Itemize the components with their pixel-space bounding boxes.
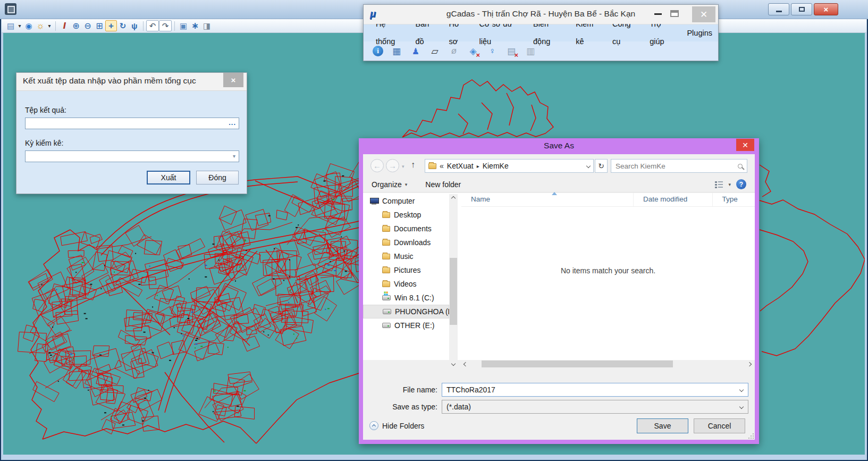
- chevron-down-icon[interactable]: [16, 20, 23, 31]
- marker-icon[interactable]: [486, 45, 498, 57]
- pan-hand-icon[interactable]: [129, 20, 140, 31]
- chevron-down-icon[interactable]: [739, 388, 744, 392]
- scroll-up-icon[interactable]: [449, 194, 458, 203]
- next-view-icon[interactable]: [159, 20, 172, 31]
- globe-icon[interactable]: [23, 20, 35, 31]
- gcadas-maximize-button[interactable]: [670, 10, 679, 17]
- select-tool-icon[interactable]: [189, 20, 201, 31]
- sidebar-item-pictures[interactable]: Pictures: [363, 263, 449, 277]
- resize-grip[interactable]: [748, 433, 754, 439]
- paintbrush-icon[interactable]: [58, 20, 70, 31]
- eye-off-icon[interactable]: [448, 45, 460, 57]
- column-header-type[interactable]: Type: [713, 193, 755, 206]
- close-dialog-button[interactable]: Đóng: [196, 171, 239, 185]
- browse-button[interactable]: ...: [229, 119, 236, 127]
- recent-locations-dropdown[interactable]: ▾: [402, 164, 404, 169]
- chevron-down-icon[interactable]: [739, 405, 744, 409]
- scrollbar-thumb[interactable]: [450, 258, 457, 325]
- columns-icon[interactable]: [525, 45, 536, 57]
- search-input[interactable]: Search KiemKe: [611, 159, 747, 173]
- sidebar-item-downloads[interactable]: Downloads: [363, 236, 449, 249]
- zoom-in-icon[interactable]: [70, 20, 82, 31]
- maximize-button[interactable]: [791, 3, 812, 15]
- file-name-input[interactable]: TTChoRa2017: [442, 383, 748, 397]
- address-dropdown-icon[interactable]: [586, 164, 591, 168]
- cancel-button[interactable]: Cancel: [694, 418, 745, 433]
- sidebar-item-computer[interactable]: Computer: [363, 194, 449, 208]
- scrollbar-thumb[interactable]: [482, 361, 673, 367]
- sidebar-item-documents[interactable]: Documents: [363, 222, 449, 236]
- inventory-period-select[interactable]: ▾: [25, 150, 239, 162]
- help-icon[interactable]: ?: [736, 179, 746, 189]
- cascade-windows-icon[interactable]: [178, 20, 189, 31]
- save-as-titlebar: Save As ✕: [359, 138, 759, 154]
- breadcrumb-segment[interactable]: KiemKe: [483, 162, 509, 170]
- users-icon[interactable]: [410, 45, 422, 57]
- layers-panel-icon[interactable]: [5, 20, 16, 31]
- save-as-dialog: Save As ✕ ← → ▾ ↑ « KetXuat▸KiemKe ↻ Sea…: [359, 138, 759, 444]
- breadcrumb-separator-icon[interactable]: ▸: [477, 163, 479, 169]
- scroll-down-icon[interactable]: [449, 359, 458, 368]
- sidebar-item-videos[interactable]: Videos: [363, 277, 449, 291]
- chevron-down-icon[interactable]: [46, 20, 53, 31]
- sidebar-item-label: Music: [394, 252, 414, 261]
- horizontal-scrollbar[interactable]: [461, 360, 754, 368]
- browse-area: ComputerDesktopDocumentsDownloadsMusicPi…: [363, 193, 755, 360]
- forward-button[interactable]: →: [386, 159, 399, 172]
- toolbar-separator: [143, 21, 144, 31]
- sidebar-item-music[interactable]: Music: [363, 249, 449, 263]
- column-header-name[interactable]: Name: [461, 193, 634, 206]
- export-dialog: Kết xuất tệp data nhập vào phần mềm tổng…: [16, 72, 247, 194]
- sidebar-item-label: Pictures: [394, 266, 421, 274]
- sidebar-item-desktop[interactable]: Desktop: [363, 208, 449, 222]
- sidebar-scrollbar[interactable]: [449, 194, 458, 360]
- refresh-button[interactable]: ↻: [595, 159, 608, 173]
- zoom-window-icon[interactable]: [94, 20, 105, 31]
- sidebar-item-other-e[interactable]: OTHER (E:): [363, 318, 449, 332]
- result-file-label: Tệp kết quả:: [25, 106, 66, 114]
- gcadas-close-button[interactable]: ✕: [692, 6, 715, 22]
- organize-button[interactable]: Organize: [372, 180, 402, 189]
- back-arrow-icon: ←: [373, 161, 381, 170]
- gcadas-minimize-button[interactable]: [654, 13, 662, 15]
- info-icon[interactable]: [373, 46, 383, 56]
- up-button[interactable]: ↑: [411, 160, 415, 170]
- menu-item[interactable]: Plugins: [681, 24, 718, 42]
- sidebar-item-label: Computer: [382, 197, 415, 205]
- export-button[interactable]: Xuất: [147, 171, 190, 185]
- result-file-input[interactable]: ...: [25, 118, 239, 129]
- save-as-close-button[interactable]: ✕: [736, 139, 754, 151]
- save-button[interactable]: Save: [637, 418, 688, 433]
- forward-arrow-icon: →: [389, 161, 397, 170]
- rotate-view-icon[interactable]: [117, 20, 129, 31]
- report-remove-icon[interactable]: [505, 45, 517, 57]
- parcel-icon[interactable]: [429, 45, 441, 57]
- main-app-icon[interactable]: [5, 3, 16, 15]
- export-tool-icon[interactable]: [201, 20, 213, 31]
- previous-view-icon[interactable]: [146, 20, 159, 31]
- sidebar-item-win-8-1-c[interactable]: Win 8.1 (C:): [363, 291, 449, 305]
- brightness-icon[interactable]: [35, 20, 46, 31]
- back-button[interactable]: ←: [370, 159, 384, 172]
- view-dropdown-icon[interactable]: ▾: [728, 182, 731, 187]
- layers-remove-icon[interactable]: [467, 45, 479, 57]
- hide-folders-button[interactable]: Hide Folders: [369, 421, 424, 430]
- close-button[interactable]: ×: [814, 3, 838, 15]
- chevron-down-icon: ▾: [405, 182, 408, 187]
- scroll-right-icon[interactable]: [745, 360, 754, 368]
- scroll-left-icon[interactable]: [461, 360, 470, 368]
- export-dialog-close-button[interactable]: ×: [223, 73, 243, 87]
- empty-message: No items match your search.: [461, 266, 755, 275]
- column-header-date-modified[interactable]: Date modified: [634, 193, 713, 206]
- save-as-type-select[interactable]: (*.data): [442, 400, 748, 414]
- pan-extent-icon[interactable]: [105, 20, 117, 31]
- minimize-button[interactable]: [768, 3, 789, 15]
- view-mode-icon[interactable]: [715, 181, 723, 188]
- attribute-table-icon[interactable]: [391, 45, 402, 57]
- new-folder-button[interactable]: New folder: [425, 180, 461, 189]
- zoom-out-icon[interactable]: [82, 20, 94, 31]
- address-bar[interactable]: « KetXuat▸KiemKe: [425, 159, 594, 173]
- breadcrumb-segment[interactable]: KetXuat: [447, 162, 474, 170]
- refresh-icon: ↻: [598, 162, 604, 170]
- sidebar-item-phuonghoa-d[interactable]: PHUONGHOA (D:): [363, 305, 449, 318]
